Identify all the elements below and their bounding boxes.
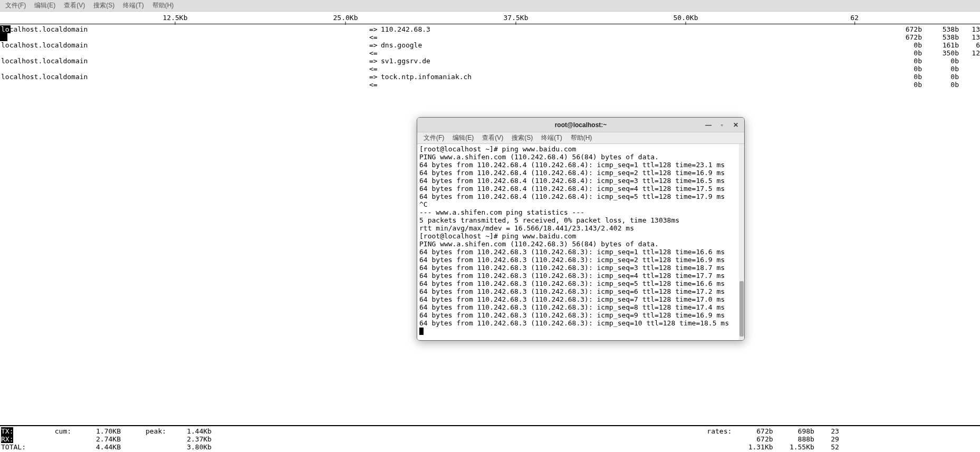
rate-col-3: 12 bbox=[959, 49, 980, 57]
connection-row-in: <=672b538b13 bbox=[0, 33, 980, 41]
terminal-line: 64 bytes from 110.242.68.4 (110.242.68.4… bbox=[419, 177, 742, 185]
terminal-line: ^C bbox=[419, 200, 742, 208]
terminal-menubar[interactable]: 文件(F)编辑(E)查看(V)搜索(S)终端(T)帮助(H) bbox=[417, 132, 744, 144]
dst-host: sv1.ggsrv.de bbox=[381, 57, 885, 65]
rate-col-2: 538b bbox=[922, 25, 959, 33]
terminal-line: 64 bytes from 110.242.68.3 (110.242.68.3… bbox=[419, 295, 742, 303]
iftop-scale: 12.5Kb25.0Kb37.5Kb50.0Kb62 bbox=[0, 12, 980, 24]
dst-host: tock.ntp.infomaniak.ch bbox=[381, 73, 885, 81]
terminal-line bbox=[419, 327, 742, 335]
rate-col-1: 0b bbox=[885, 41, 922, 49]
arrow-in-icon: <= bbox=[369, 81, 381, 89]
dst-host: dns.google bbox=[381, 41, 885, 49]
terminal-line: [root@localhost ~]# ping www.baidu.com bbox=[419, 232, 742, 240]
arrow-out-icon: => bbox=[369, 73, 381, 81]
terminal-line: 64 bytes from 110.242.68.3 (110.242.68.3… bbox=[419, 319, 742, 327]
rate-col-1: 672b bbox=[885, 25, 922, 33]
terminal-line: PING www.a.shifen.com (110.242.68.4) 56(… bbox=[419, 153, 742, 161]
terminal-line: 64 bytes from 110.242.68.3 (110.242.68.3… bbox=[419, 264, 742, 272]
menu-item[interactable]: 查看(V) bbox=[479, 132, 506, 143]
terminal-line: 64 bytes from 110.242.68.3 (110.242.68.3… bbox=[419, 248, 742, 256]
menu-item[interactable]: 编辑(E) bbox=[31, 0, 59, 11]
menu-item[interactable]: 搜索(S) bbox=[508, 132, 536, 143]
terminal-line: 5 packets transmitted, 5 received, 0% pa… bbox=[419, 216, 742, 224]
rate-col-2: 350b bbox=[922, 49, 959, 57]
rate-col-3: 6 bbox=[959, 41, 980, 49]
iftop-totals: TX: cum: 1.70KB peak: 1.44Kb rates: 672b… bbox=[0, 425, 980, 452]
terminal-line: 64 bytes from 110.242.68.3 (110.242.68.3… bbox=[419, 280, 742, 287]
rate-col-3: 13 bbox=[959, 25, 980, 33]
rate-col-1: 0b bbox=[885, 49, 922, 57]
scale-tick: 62 bbox=[850, 12, 859, 22]
menu-item[interactable]: 帮助(H) bbox=[568, 132, 595, 143]
scale-tick: 37.5Kb bbox=[504, 12, 529, 22]
totals-tx: TX: cum: 1.70KB peak: 1.44Kb rates: 672b… bbox=[1, 427, 979, 435]
rate-col-1: 0b bbox=[885, 73, 922, 81]
totals-rx: RX: 2.74KB 2.37Kb 672b 888b bbox=[1, 435, 979, 443]
connection-row-out: localhost.localdomain=>sv1.ggsrv.de0b0b bbox=[0, 57, 980, 65]
connection-row-out: localhost.localdomain=>tock.ntp.infomani… bbox=[0, 73, 980, 81]
connection-row-out: localhost.localdomain=>dns.google0b161b6 bbox=[0, 41, 980, 49]
menu-item[interactable]: 终端(T) bbox=[120, 0, 147, 11]
rate-col-2: 0b bbox=[922, 65, 959, 73]
terminal-line: rtt min/avg/max/mdev = 16.566/18.441/23.… bbox=[419, 224, 742, 232]
menu-item[interactable]: 文件(F) bbox=[420, 132, 447, 143]
rate-col-1: 0b bbox=[885, 65, 922, 73]
rate-col-1: 0b bbox=[885, 81, 922, 89]
scrollbar-thumb[interactable] bbox=[739, 281, 744, 336]
arrow-out-icon: => bbox=[369, 25, 381, 33]
connection-row-in: <=0b0b bbox=[0, 81, 980, 89]
close-button[interactable]: ✕ bbox=[729, 120, 742, 130]
terminal-scrollbar[interactable] bbox=[739, 144, 744, 340]
menu-item[interactable]: 搜索(S) bbox=[90, 0, 118, 11]
menu-item[interactable]: 编辑(E) bbox=[449, 132, 477, 143]
bg-terminal-menubar[interactable]: 文件(F)编辑(E)查看(V)搜索(S)终端(T)帮助(H) bbox=[0, 0, 980, 12]
src-host: localhost.localdomain bbox=[0, 57, 369, 65]
terminal-title: root@localhost:~ bbox=[555, 121, 607, 129]
terminal-window[interactable]: root@localhost:~ — ▫ ✕ 文件(F)编辑(E)查看(V)搜索… bbox=[417, 117, 745, 341]
rate-col-3 bbox=[959, 73, 980, 81]
terminal-line: PING www.a.shifen.com (110.242.68.3) 56(… bbox=[419, 240, 742, 248]
terminal-line: 64 bytes from 110.242.68.4 (110.242.68.4… bbox=[419, 193, 742, 200]
rate-col-2: 0b bbox=[922, 57, 959, 65]
connection-row-in: <=0b350b12 bbox=[0, 49, 980, 57]
terminal-body[interactable]: [root@localhost ~]# ping www.baidu.comPI… bbox=[417, 144, 744, 340]
menu-item[interactable]: 查看(V) bbox=[61, 0, 88, 11]
connection-row-in: <=0b0b bbox=[0, 65, 980, 73]
rate-col-2: 0b bbox=[922, 81, 959, 89]
rate-col-1: 0b bbox=[885, 57, 922, 65]
rate-col-3 bbox=[959, 57, 980, 65]
scale-tick: 12.5Kb bbox=[163, 12, 188, 22]
src-host: localhost.localdomain bbox=[0, 25, 369, 33]
arrow-in-icon: <= bbox=[369, 65, 381, 73]
terminal-line: 64 bytes from 110.242.68.3 (110.242.68.3… bbox=[419, 303, 742, 311]
src-host: localhost.localdomain bbox=[0, 41, 369, 49]
arrow-out-icon: => bbox=[369, 57, 381, 65]
arrow-in-icon: <= bbox=[369, 49, 381, 57]
terminal-titlebar[interactable]: root@localhost:~ — ▫ ✕ bbox=[417, 118, 744, 132]
terminal-line: 64 bytes from 110.242.68.3 (110.242.68.3… bbox=[419, 256, 742, 264]
terminal-line: 64 bytes from 110.242.68.3 (110.242.68.3… bbox=[419, 287, 742, 295]
rate-col-3 bbox=[959, 65, 980, 73]
menu-item[interactable]: 帮助(H) bbox=[149, 0, 177, 11]
terminal-line: 64 bytes from 110.242.68.4 (110.242.68.4… bbox=[419, 169, 742, 177]
menu-item[interactable]: 文件(F) bbox=[2, 0, 29, 11]
rate-col-2: 0b bbox=[922, 73, 959, 81]
rate-col-2: 161b bbox=[922, 41, 959, 49]
maximize-button[interactable]: ▫ bbox=[716, 120, 728, 130]
arrow-out-icon: => bbox=[369, 41, 381, 49]
menu-item[interactable]: 终端(T) bbox=[538, 132, 565, 143]
arrow-in-icon: <= bbox=[369, 33, 381, 41]
terminal-line: 64 bytes from 110.242.68.4 (110.242.68.4… bbox=[419, 161, 742, 169]
cursor-icon bbox=[419, 328, 424, 335]
scale-tick: 25.0Kb bbox=[333, 12, 358, 22]
terminal-line: 64 bytes from 110.242.68.3 (110.242.68.3… bbox=[419, 311, 742, 319]
terminal-line: 64 bytes from 110.242.68.3 (110.242.68.3… bbox=[419, 272, 742, 280]
rate-col-1: 672b bbox=[885, 33, 922, 41]
totals-total: TOTAL: 4.44KB 3.80Kb 1.31Kb 1.55Kb bbox=[1, 443, 979, 451]
dst-host: 110.242.68.3 bbox=[381, 25, 885, 33]
terminal-line: [root@localhost ~]# ping www.baidu.com bbox=[419, 145, 742, 153]
minimize-button[interactable]: — bbox=[702, 120, 715, 130]
src-host: localhost.localdomain bbox=[0, 73, 369, 81]
connection-row-out: localhost.localdomain=>110.242.68.3672b5… bbox=[0, 25, 980, 33]
